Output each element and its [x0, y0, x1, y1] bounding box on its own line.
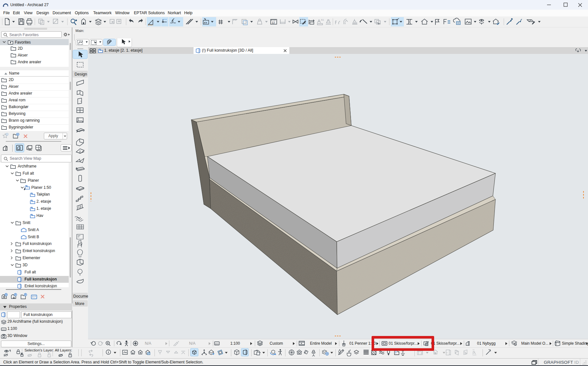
svg-text:Docume: Docume: [73, 294, 88, 299]
svg-text:A1: A1: [321, 18, 324, 21]
svg-text:m: m: [515, 343, 516, 345]
svg-text:More: More: [75, 301, 85, 306]
svg-text:12: 12: [272, 21, 275, 24]
svg-text:XY: XY: [204, 21, 207, 24]
svg-text:Design: Design: [75, 72, 87, 76]
